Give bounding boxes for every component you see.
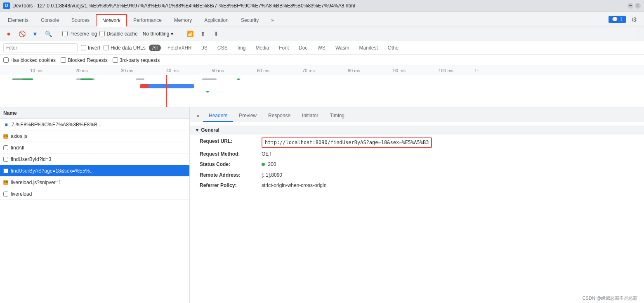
throttling-dropdown[interactable]: No throttling ▾ — [140, 30, 176, 38]
tab-headers[interactable]: Headers — [203, 110, 233, 122]
toolbar-separator-1 — [58, 30, 58, 38]
request-method-row: Request Method: GET — [190, 149, 644, 159]
blocked-cookies-input[interactable] — [3, 57, 9, 63]
details-close-button[interactable]: × — [193, 110, 203, 122]
search-button[interactable]: 🔍 — [43, 28, 54, 39]
filter-button[interactable]: ▼ — [30, 28, 40, 39]
minimize-button[interactable]: ─ — [627, 3, 633, 9]
referrer-policy-row: Referrer Policy: strict-origin-when-cros… — [190, 180, 644, 191]
blocked-requests-label: Blocked Requests — [68, 57, 108, 63]
disable-cache-checkbox[interactable]: Disable cache — [99, 31, 137, 37]
tab-more[interactable]: » — [265, 14, 280, 26]
filter-chip-js[interactable]: JS — [198, 45, 211, 51]
tab-performance[interactable]: Performance — [127, 14, 168, 26]
referrer-policy-label: Referrer Policy: — [200, 182, 262, 189]
request-name-1: 7-%E8%BF%9C%E7%A8%8B%E8%B... — [12, 122, 101, 128]
maximize-button[interactable]: □ — [635, 3, 641, 9]
tab-sources[interactable]: Sources — [65, 14, 96, 26]
filter-chip-ws[interactable]: WS — [314, 45, 329, 51]
tab-network[interactable]: Network — [96, 14, 127, 26]
tab-memory[interactable]: Memory — [168, 14, 198, 26]
upload-button[interactable]: ⬆ — [198, 28, 208, 39]
filter-chip-all[interactable]: All — [149, 45, 161, 51]
details-panel: × Headers Preview Response Initiator Tim… — [190, 107, 644, 303]
request-item-1[interactable]: ■ 7-%E8%BF%9C%E7%A8%8B%E8%B... — [0, 119, 189, 130]
blocked-requests-input[interactable] — [61, 57, 66, 63]
footer-watermark: CSDN @蟑螂恶霸不是恶霸 — [583, 295, 637, 301]
tab-initiator[interactable]: Initiator — [296, 110, 324, 122]
requests-panel: Name ■ 7-%E8%BF%9C%E7%A8%8B%E8%B... JS a… — [0, 107, 190, 303]
tab-response[interactable]: Response — [262, 110, 296, 122]
third-party-checkbox[interactable]: 3rd-party requests — [113, 57, 160, 63]
close-icon: × — [196, 113, 200, 119]
request-checkbox-3[interactable] — [3, 145, 8, 150]
filter-input[interactable] — [3, 43, 78, 52]
hide-data-urls-checkbox[interactable]: Hide data URLs — [104, 45, 146, 51]
request-item-6[interactable]: JS livereload.js?snipver=1 — [0, 177, 189, 188]
invert-checkbox[interactable]: Invert — [81, 45, 100, 51]
tab-timing[interactable]: Timing — [324, 110, 350, 122]
details-content: ▼ General Request URL: http://localhost:… — [190, 122, 644, 303]
hide-data-urls-input[interactable] — [104, 45, 109, 50]
filter-chip-fetchxhr[interactable]: Fetch/XHR — [164, 45, 195, 51]
tab-application[interactable]: Application — [198, 14, 235, 26]
filter-chip-wasm[interactable]: Wasm — [332, 45, 353, 51]
download-button[interactable]: ⬇ — [211, 28, 222, 39]
request-name-7: livereload — [11, 191, 32, 197]
settings-button[interactable]: ⚙ — [629, 14, 639, 24]
remote-address-value: [::1]:8090 — [262, 171, 282, 179]
timeline-mark-70ms: 70 ms — [302, 66, 315, 75]
notification-count: 1 — [620, 17, 623, 22]
third-party-input[interactable] — [113, 57, 118, 63]
request-item-7[interactable]: livereload — [0, 188, 189, 200]
tab-console[interactable]: Console — [35, 14, 65, 26]
request-checkbox-5[interactable] — [3, 168, 8, 173]
timeline-canvas — [0, 75, 644, 107]
gear-icon: ⚙ — [631, 16, 637, 24]
record-button[interactable]: ● — [3, 28, 14, 39]
request-item-3[interactable]: findAll — [0, 142, 189, 154]
toolbar-separator-3 — [639, 30, 639, 38]
filter-chip-font[interactable]: Font — [276, 45, 292, 51]
request-item-2[interactable]: JS axios.js — [0, 130, 189, 142]
filter-chip-doc[interactable]: Doc — [295, 45, 311, 51]
filter-chip-media[interactable]: Media — [252, 45, 272, 51]
tab-elements[interactable]: Elements — [2, 14, 35, 26]
timeline-mark-100ms: 100 ms — [439, 66, 453, 75]
referrer-policy-value: strict-origin-when-cross-origin — [262, 182, 326, 189]
request-url-row: Request URL: http://localhost:8090/findU… — [190, 136, 644, 149]
filter-chip-manifest[interactable]: Manifest — [356, 45, 381, 51]
filter-chip-other[interactable]: Othe — [385, 45, 402, 51]
timeline-ruler: 10 ms 20 ms 30 ms 40 ms 50 ms 60 ms 70 m… — [0, 66, 644, 75]
invert-input[interactable] — [81, 45, 86, 50]
timeline-vertical-line — [166, 75, 167, 107]
block-button[interactable]: 🚫 — [17, 28, 27, 39]
general-section-header[interactable]: ▼ General — [190, 125, 644, 135]
tab-preview[interactable]: Preview — [233, 110, 262, 122]
filter-chip-img[interactable]: Img — [234, 45, 249, 51]
blocked-requests-checkbox[interactable]: Blocked Requests — [61, 57, 108, 63]
tab-security[interactable]: Security — [235, 14, 265, 26]
filter-bar: Invert Hide data URLs All Fetch/XHR JS C… — [0, 41, 644, 54]
toolbar-separator-2 — [180, 30, 180, 38]
request-method-value: GET — [262, 150, 272, 158]
record-icon: ● — [7, 30, 11, 38]
wifi-button[interactable]: 📶 — [184, 28, 195, 39]
main-content: Name ■ 7-%E8%BF%9C%E7%A8%8B%E8%B... JS a… — [0, 107, 644, 303]
title-text: DevTools - 127.0.0.1:8848/vuejs/1.%E5%85… — [12, 3, 355, 9]
blocked-cookies-checkbox[interactable]: Has blocked cookies — [3, 57, 56, 63]
request-item-4[interactable]: findUserById?id=3 — [0, 154, 189, 165]
request-checkbox-7[interactable] — [3, 192, 8, 196]
request-item-5[interactable]: findUserByAS?age=18&sex=%E5%... — [0, 165, 189, 177]
toolbar: ● 🚫 ▼ 🔍 Preserve log Disable cache No th… — [0, 26, 644, 41]
request-checkbox-4[interactable] — [3, 157, 8, 162]
filter-chip-css[interactable]: CSS — [214, 45, 231, 51]
timeline-bar-9 — [206, 91, 209, 92]
disable-cache-input[interactable] — [99, 31, 105, 36]
general-label: ▼ General — [195, 127, 219, 133]
preserve-log-input[interactable] — [62, 31, 68, 36]
notification-button[interactable]: 💬 1 — [609, 16, 626, 23]
js-icon-2: JS — [3, 134, 8, 139]
search-icon: 🔍 — [45, 31, 52, 37]
preserve-log-checkbox[interactable]: Preserve log — [62, 31, 97, 37]
